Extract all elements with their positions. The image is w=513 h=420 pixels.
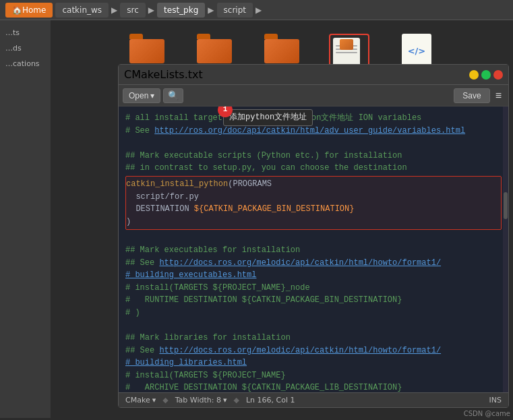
editor-statusbar: CMake ▾ ◆ Tab Width: 8 ▾ ◆ Ln 166, Col 1…: [119, 392, 508, 407]
position-status: Ln 166, Col 1: [246, 396, 295, 404]
arrow-4: ▶: [255, 5, 262, 15]
code-line-7: script/for.py: [126, 191, 501, 204]
tab-width-arrow: ▾: [223, 396, 227, 404]
code-line-4: ## Mark executable scripts (Python etc.)…: [125, 150, 502, 162]
sep-2: ◆: [233, 396, 239, 404]
annotation-container: 1 添加python文件地址: [223, 109, 313, 126]
home-label: Home: [22, 5, 46, 15]
search-icon: 🔍: [168, 90, 179, 100]
open-arrow: ▾: [150, 91, 154, 100]
cmake-label: CMake: [125, 396, 150, 404]
code-line-17: [125, 320, 502, 332]
maximize-button[interactable]: [481, 70, 491, 80]
editor-title: CMakeLists.txt: [124, 68, 203, 81]
sidebar-item-2[interactable]: …ds: [0, 41, 51, 55]
folder-icon-include: [129, 34, 164, 63]
editor-window: CMakeLists.txt Open ▾ 🔍 Save ≡ 1 添加pytho…: [118, 64, 509, 408]
arrow-1: ▶: [111, 5, 117, 15]
sidebar: …ts …ds …cations: [0, 20, 51, 418]
tab-width-status[interactable]: Tab Width: 8 ▾: [175, 396, 227, 404]
code-line-16: # ): [125, 307, 502, 320]
code-line-12: ## See http://docs.ros.org/melodic/api/c…: [125, 257, 502, 270]
cmake-arrow: ▾: [152, 396, 156, 404]
code-line-21: # install(TARGETS ${PROJECT_NAME}: [125, 369, 502, 382]
tab-width-label: Tab Width: 8: [175, 396, 221, 404]
arrow-2: ▶: [148, 5, 154, 15]
taskbar: 🏠 Home catkin_ws ▶ src ▶ test_pkg ▶ scri…: [0, 0, 513, 20]
code-line-6: catkin_install_python(PROGRAMS: [126, 178, 501, 191]
minimize-button[interactable]: [469, 70, 479, 80]
code-line-22: # ARCHIVE DESTINATION ${CATKIN_PACKAGE_L…: [125, 382, 502, 392]
code-line-1: # all install targets sho us添加python文件地址…: [125, 112, 502, 125]
catkin-label: catkin_ws: [62, 5, 102, 15]
code-line-20: # building_libraries.html: [125, 357, 502, 369]
taskbar-src[interactable]: src: [120, 3, 146, 18]
code-line-2: # See http://ros.org/doc/api/catkin/html…: [125, 125, 502, 138]
taskbar-testpkg[interactable]: test_pkg: [157, 3, 205, 18]
testpkg-label: test_pkg: [164, 5, 198, 15]
sep-1: ◆: [162, 396, 168, 404]
taskbar-script[interactable]: script: [217, 3, 253, 18]
search-button[interactable]: 🔍: [163, 88, 183, 103]
taskbar-home[interactable]: 🏠 Home: [5, 3, 53, 18]
code-line-15: # RUNTIME DESTINATION ${CATKIN_PACKAGE_B…: [125, 294, 502, 307]
menu-button[interactable]: ≡: [493, 90, 504, 102]
code-line-19: ## See http://docs.ros.org/melodic/api/c…: [125, 344, 502, 357]
code-line-18: ## Mark libraries for installation: [125, 332, 502, 344]
scrollbar-thumb[interactable]: [504, 192, 508, 219]
folder-icon-script: [197, 34, 232, 63]
save-button[interactable]: Save: [454, 88, 489, 103]
code-area[interactable]: 1 添加python文件地址 # all install targets sho…: [119, 107, 508, 392]
code-line-14: # install(TARGETS ${PROJECT_NAME}_node: [125, 282, 502, 295]
code-line-10: [125, 231, 502, 244]
editor-toolbar: Open ▾ 🔍 Save ≡: [119, 85, 508, 107]
sidebar-item-1[interactable]: …ts: [0, 26, 51, 40]
open-label: Open: [129, 91, 148, 100]
code-line-8: DESTINATION ${CATKIN_PACKAGE_BIN_DESTINA…: [126, 203, 501, 216]
code-line-13: # building_executables.html: [125, 269, 502, 282]
ins-status: INS: [489, 396, 502, 404]
close-button[interactable]: [493, 70, 503, 80]
cmake-status[interactable]: CMake ▾: [125, 396, 156, 404]
code-line-9: ): [126, 216, 501, 229]
src-label: src: [127, 5, 139, 15]
vertical-scrollbar[interactable]: [503, 107, 508, 392]
position-label: Ln 166, Col 1: [246, 396, 295, 404]
code-line-11: ## Mark executables for installation: [125, 244, 502, 257]
code-line-5: ## in contrast to setup.py, you can choo…: [125, 162, 502, 175]
watermark: CSDN @came: [464, 410, 510, 417]
annotation-text: 添加python文件地址: [223, 109, 313, 126]
editor-titlebar: CMakeLists.txt: [119, 65, 508, 85]
script-label: script: [224, 5, 246, 15]
code-line-3: [125, 137, 502, 150]
window-controls: [469, 70, 503, 80]
taskbar-catkin[interactable]: catkin_ws: [55, 3, 109, 18]
annotation-num: 1: [223, 107, 228, 116]
home-icon: 🏠: [12, 5, 22, 15]
xml-icon: [402, 34, 431, 67]
ins-label: INS: [489, 396, 502, 404]
sidebar-item-6[interactable]: …cations: [0, 57, 51, 71]
folder-icon-src: [264, 34, 299, 63]
arrow-3: ▶: [208, 5, 214, 15]
code-selected-block: catkin_install_python(PROGRAMS script/fo…: [125, 176, 502, 230]
open-button[interactable]: Open ▾: [123, 88, 160, 103]
